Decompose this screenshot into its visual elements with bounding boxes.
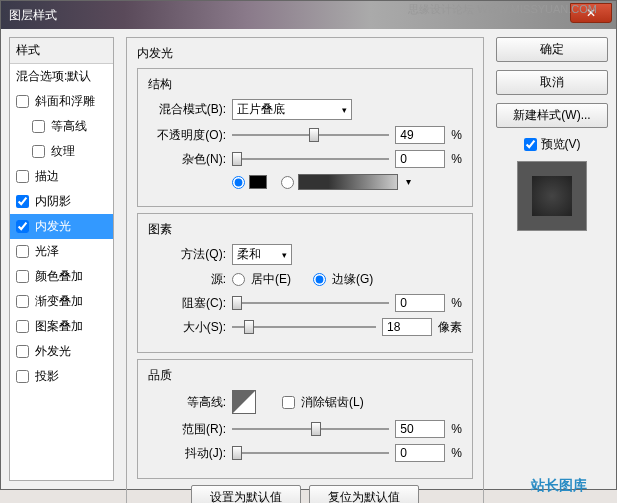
styles-sidebar: 样式 混合选项:默认 斜面和浮雕等高线纹理描边内阴影内发光光泽颜色叠加渐变叠加图… bbox=[9, 37, 114, 481]
size-input[interactable]: 18 bbox=[382, 318, 432, 336]
dialog-title: 图层样式 bbox=[9, 7, 57, 24]
sidebar-checkbox[interactable] bbox=[16, 170, 29, 183]
sidebar-item-3[interactable]: 描边 bbox=[10, 164, 113, 189]
right-panel: 确定 取消 新建样式(W)... 预览(V) bbox=[488, 37, 608, 481]
sidebar-checkbox[interactable] bbox=[16, 295, 29, 308]
layer-style-dialog: 图层样式 ✕ 样式 混合选项:默认 斜面和浮雕等高线纹理描边内阴影内发光光泽颜色… bbox=[0, 0, 617, 490]
sidebar-item-label: 内阴影 bbox=[35, 193, 71, 210]
color-radio[interactable] bbox=[232, 176, 245, 189]
contour-label: 等高线: bbox=[148, 394, 226, 411]
size-label: 大小(S): bbox=[148, 319, 226, 336]
source-label: 源: bbox=[148, 271, 226, 288]
color-swatch[interactable] bbox=[249, 175, 267, 189]
jitter-unit: % bbox=[451, 446, 462, 460]
quality-title: 品质 bbox=[144, 367, 176, 384]
source-edge-label: 边缘(G) bbox=[332, 271, 373, 288]
sidebar-checkbox[interactable] bbox=[16, 320, 29, 333]
sidebar-checkbox[interactable] bbox=[16, 345, 29, 358]
chevron-down-icon: ▾ bbox=[342, 105, 347, 115]
sidebar-checkbox[interactable] bbox=[32, 120, 45, 133]
blend-mode-select[interactable]: 正片叠底▾ bbox=[232, 99, 352, 120]
sidebar-header: 样式 bbox=[10, 38, 113, 64]
blend-mode-label: 混合模式(B): bbox=[148, 101, 226, 118]
jitter-slider[interactable] bbox=[232, 445, 389, 461]
main-panel: 内发光 结构 混合模式(B): 正片叠底▾ 不透明度(O): 49 % bbox=[122, 37, 488, 481]
source-center-label: 居中(E) bbox=[251, 271, 291, 288]
quality-group: 品质 等高线: 消除锯齿(L) 范围(R): 50 % bbox=[137, 359, 473, 479]
gradient-radio[interactable] bbox=[281, 176, 294, 189]
sidebar-item-11[interactable]: 投影 bbox=[10, 364, 113, 389]
watermark-top: 思缘设计论坛 WWW.MISSYUAN.COM bbox=[408, 2, 597, 17]
sidebar-checkbox[interactable] bbox=[16, 370, 29, 383]
opacity-label: 不透明度(O): bbox=[148, 127, 226, 144]
sidebar-item-9[interactable]: 图案叠加 bbox=[10, 314, 113, 339]
noise-slider[interactable] bbox=[232, 151, 389, 167]
opacity-slider[interactable] bbox=[232, 127, 389, 143]
sidebar-item-7[interactable]: 颜色叠加 bbox=[10, 264, 113, 289]
panel-title: 内发光 bbox=[133, 45, 177, 62]
sidebar-item-label: 纹理 bbox=[51, 143, 75, 160]
sidebar-item-6[interactable]: 光泽 bbox=[10, 239, 113, 264]
sidebar-item-label: 外发光 bbox=[35, 343, 71, 360]
range-label: 范围(R): bbox=[148, 421, 226, 438]
preview-box bbox=[517, 161, 587, 231]
choke-input[interactable]: 0 bbox=[395, 294, 445, 312]
opacity-input[interactable]: 49 bbox=[395, 126, 445, 144]
choke-slider[interactable] bbox=[232, 295, 389, 311]
sidebar-checkbox[interactable] bbox=[16, 95, 29, 108]
sidebar-item-label: 等高线 bbox=[51, 118, 87, 135]
source-edge-radio[interactable] bbox=[313, 273, 326, 286]
reset-default-button[interactable]: 复位为默认值 bbox=[309, 485, 419, 503]
elements-title: 图素 bbox=[144, 221, 176, 238]
elements-group: 图素 方法(Q): 柔和▾ 源: 居中(E) 边缘(G) bbox=[137, 213, 473, 353]
sidebar-item-label: 投影 bbox=[35, 368, 59, 385]
sidebar-item-8[interactable]: 渐变叠加 bbox=[10, 289, 113, 314]
jitter-input[interactable]: 0 bbox=[395, 444, 445, 462]
preview-label: 预览(V) bbox=[541, 136, 581, 153]
sidebar-item-label: 图案叠加 bbox=[35, 318, 83, 335]
blend-mode-value: 正片叠底 bbox=[237, 101, 285, 118]
technique-value: 柔和 bbox=[237, 246, 261, 263]
sidebar-item-label: 斜面和浮雕 bbox=[35, 93, 95, 110]
sidebar-checkbox[interactable] bbox=[16, 220, 29, 233]
gradient-swatch[interactable] bbox=[298, 174, 398, 190]
sidebar-blend-options[interactable]: 混合选项:默认 bbox=[10, 64, 113, 89]
noise-unit: % bbox=[451, 152, 462, 166]
sidebar-item-0[interactable]: 斜面和浮雕 bbox=[10, 89, 113, 114]
new-style-button[interactable]: 新建样式(W)... bbox=[496, 103, 608, 128]
technique-label: 方法(Q): bbox=[148, 246, 226, 263]
sidebar-item-5[interactable]: 内发光 bbox=[10, 214, 113, 239]
choke-label: 阻塞(C): bbox=[148, 295, 226, 312]
noise-label: 杂色(N): bbox=[148, 151, 226, 168]
sidebar-item-2[interactable]: 纹理 bbox=[10, 139, 113, 164]
ok-button[interactable]: 确定 bbox=[496, 37, 608, 62]
sidebar-item-label: 描边 bbox=[35, 168, 59, 185]
sidebar-checkbox[interactable] bbox=[16, 195, 29, 208]
contour-picker[interactable] bbox=[232, 390, 256, 414]
cancel-button[interactable]: 取消 bbox=[496, 70, 608, 95]
sidebar-checkbox[interactable] bbox=[16, 245, 29, 258]
sidebar-checkbox[interactable] bbox=[16, 270, 29, 283]
preview-swatch bbox=[532, 176, 572, 216]
sidebar-item-label: 渐变叠加 bbox=[35, 293, 83, 310]
preview-checkbox[interactable] bbox=[524, 138, 537, 151]
size-slider[interactable] bbox=[232, 319, 376, 335]
sidebar-checkbox[interactable] bbox=[32, 145, 45, 158]
structure-group: 结构 混合模式(B): 正片叠底▾ 不透明度(O): 49 % bbox=[137, 68, 473, 207]
antialias-checkbox[interactable] bbox=[282, 396, 295, 409]
sidebar-item-4[interactable]: 内阴影 bbox=[10, 189, 113, 214]
jitter-label: 抖动(J): bbox=[148, 445, 226, 462]
sidebar-item-10[interactable]: 外发光 bbox=[10, 339, 113, 364]
sidebar-item-label: 光泽 bbox=[35, 243, 59, 260]
technique-select[interactable]: 柔和▾ bbox=[232, 244, 292, 265]
choke-unit: % bbox=[451, 296, 462, 310]
structure-title: 结构 bbox=[144, 76, 176, 93]
noise-input[interactable]: 0 bbox=[395, 150, 445, 168]
range-unit: % bbox=[451, 422, 462, 436]
source-center-radio[interactable] bbox=[232, 273, 245, 286]
range-slider[interactable] bbox=[232, 421, 389, 437]
range-input[interactable]: 50 bbox=[395, 420, 445, 438]
set-default-button[interactable]: 设置为默认值 bbox=[191, 485, 301, 503]
sidebar-item-1[interactable]: 等高线 bbox=[10, 114, 113, 139]
default-buttons: 设置为默认值 复位为默认值 bbox=[137, 485, 473, 503]
